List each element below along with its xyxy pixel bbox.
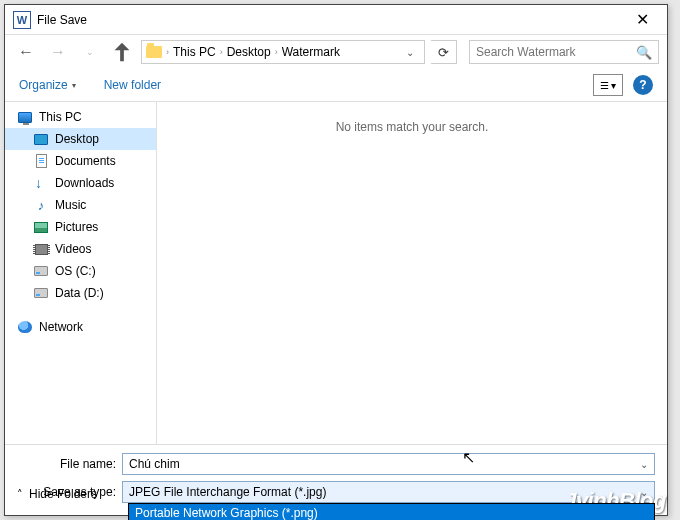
tree-item-videos[interactable]: Videos (5, 238, 156, 260)
chevron-down-icon[interactable]: ⌄ (640, 459, 648, 470)
help-button[interactable]: ? (633, 75, 653, 95)
videos-icon (35, 244, 48, 255)
save-type-value: JPEG File Interchange Format (*.jpg) (129, 485, 326, 499)
empty-message: No items match your search. (336, 120, 489, 134)
chevron-right-icon: › (220, 47, 223, 57)
forward-button[interactable]: → (45, 39, 71, 65)
file-save-dialog: W File Save ✕ ← → ⌄ › This PC › Desktop … (4, 4, 668, 516)
organize-label: Organize (19, 78, 68, 92)
desktop-icon (34, 134, 48, 145)
breadcrumb-item[interactable]: Desktop (227, 45, 271, 59)
tree-item-downloads[interactable]: Downloads (5, 172, 156, 194)
pictures-icon (34, 222, 48, 233)
network-icon (18, 321, 32, 333)
search-icon[interactable]: 🔍 (636, 45, 652, 60)
tree-label: Music (55, 198, 86, 212)
hide-folders-toggle[interactable]: ˄ Hide Folders (17, 487, 97, 501)
view-options-button[interactable]: ☰ ▾ (593, 74, 623, 96)
music-icon: ♪ (33, 198, 49, 212)
file-name-input[interactable]: Chú chim ⌄ (122, 453, 655, 475)
tree-label: Network (39, 320, 83, 334)
file-name-value: Chú chim (129, 457, 180, 471)
save-fields-area: File name: Chú chim ⌄ Save as type: JPEG… (5, 444, 667, 515)
drive-icon (34, 288, 48, 298)
new-folder-button[interactable]: New folder (104, 78, 161, 92)
toolbar: Organize ▾ New folder ☰ ▾ ? (5, 69, 667, 101)
folder-icon (146, 46, 162, 58)
chevron-down-icon: ▾ (72, 81, 76, 90)
chevron-down-icon[interactable]: ⌄ (640, 487, 648, 498)
save-type-select[interactable]: JPEG File Interchange Format (*.jpg) ⌄ (122, 481, 655, 503)
tree-label: Pictures (55, 220, 98, 234)
tree-item-os-c[interactable]: OS (C:) (5, 260, 156, 282)
documents-icon (36, 154, 47, 168)
tree-item-music[interactable]: ♪ Music (5, 194, 156, 216)
up-button[interactable] (109, 39, 135, 65)
organize-menu[interactable]: Organize ▾ (19, 78, 76, 92)
downloads-icon (35, 177, 47, 189)
tree-label: This PC (39, 110, 82, 124)
tree-label: Downloads (55, 176, 114, 190)
chevron-up-icon: ˄ (17, 488, 23, 501)
tree-item-documents[interactable]: Documents (5, 150, 156, 172)
pc-icon (18, 112, 32, 123)
file-name-label: File name: (17, 457, 122, 471)
tree-label: OS (C:) (55, 264, 96, 278)
search-box[interactable]: 🔍 (469, 40, 659, 64)
nav-bar: ← → ⌄ › This PC › Desktop › Watermark ⌄ … (5, 35, 667, 69)
dropdown-option[interactable]: Portable Network Graphics (*.png) (129, 504, 654, 520)
chevron-down-icon[interactable]: ⌄ (400, 47, 420, 58)
folder-tree[interactable]: This PC Desktop Documents Downloads ♪ Mu… (5, 102, 157, 444)
chevron-right-icon: › (166, 47, 169, 57)
tree-spacer (5, 304, 156, 316)
body-area: This PC Desktop Documents Downloads ♪ Mu… (5, 101, 667, 444)
close-button[interactable]: ✕ (626, 6, 659, 33)
breadcrumb-bar[interactable]: › This PC › Desktop › Watermark ⌄ (141, 40, 425, 64)
new-folder-label: New folder (104, 78, 161, 92)
word-app-icon: W (13, 11, 31, 29)
breadcrumb-item[interactable]: Watermark (282, 45, 340, 59)
save-type-dropdown[interactable]: Portable Network Graphics (*.png) JPEG F… (128, 503, 655, 520)
refresh-button[interactable]: ⟳ (431, 40, 457, 64)
drive-icon (34, 266, 48, 276)
file-list-area: No items match your search. (157, 102, 667, 444)
back-button[interactable]: ← (13, 39, 39, 65)
chevron-right-icon: › (275, 47, 278, 57)
tree-label: Videos (55, 242, 91, 256)
hide-folders-label: Hide Folders (29, 487, 97, 501)
tree-item-pictures[interactable]: Pictures (5, 216, 156, 238)
tree-label: Data (D:) (55, 286, 104, 300)
tree-item-this-pc[interactable]: This PC (5, 106, 156, 128)
search-input[interactable] (476, 45, 630, 59)
tree-item-network[interactable]: Network (5, 316, 156, 338)
titlebar: W File Save ✕ (5, 5, 667, 35)
window-title: File Save (37, 13, 626, 27)
tree-label: Desktop (55, 132, 99, 146)
tree-item-desktop[interactable]: Desktop (5, 128, 156, 150)
breadcrumb-item[interactable]: This PC (173, 45, 216, 59)
tree-label: Documents (55, 154, 116, 168)
recent-dropdown[interactable]: ⌄ (77, 39, 103, 65)
tree-item-data-d[interactable]: Data (D:) (5, 282, 156, 304)
